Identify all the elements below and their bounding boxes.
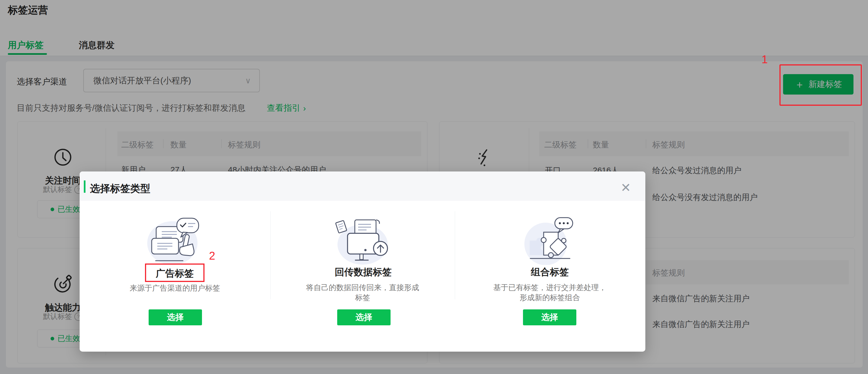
option-combo-title: 组合标签 xyxy=(507,266,592,279)
option-callback-desc-line2: 标签 xyxy=(301,293,424,303)
ad-tag-illustration xyxy=(141,216,208,265)
close-icon[interactable]: ✕ xyxy=(617,179,634,196)
annotation-step-1: 1 xyxy=(762,53,768,66)
choose-ad-tag-button[interactable]: 选择 xyxy=(149,309,202,325)
annotation-step-2: 2 xyxy=(209,250,215,262)
modal-header xyxy=(80,171,645,201)
option-combo-desc-line1: 基于已有标签，进行交并差处理， xyxy=(488,283,611,293)
choose-callback-button[interactable]: 选择 xyxy=(337,309,391,325)
option-ad-tag-title annotation-box-ad-tag[interactable]: 广告标签 xyxy=(145,263,205,282)
choose-combo-button[interactable]: 选择 xyxy=(523,309,576,325)
callback-data-illustration xyxy=(329,216,396,265)
annotation-box-new-tag xyxy=(779,64,862,106)
modal-title-accent-bar xyxy=(84,180,86,193)
option-callback-desc-line1: 将自己的数据回传回来，直接形成 xyxy=(301,283,424,293)
modal-title: 选择标签类型 xyxy=(90,182,150,196)
modal-column-divider xyxy=(455,211,455,299)
combo-tag-illustration xyxy=(516,216,583,265)
option-callback-title: 回传数据标签 xyxy=(321,266,406,279)
option-combo-desc-line2: 形成新的标签组合 xyxy=(488,293,611,303)
option-ad-tag-desc: 来源于广告渠道的用户标签 xyxy=(119,283,231,293)
tag-operation-page: 标签运营 用户标签 消息群发 选择客户渠道 微信对话开放平台(小程序) ∨ 目前… xyxy=(0,0,868,374)
